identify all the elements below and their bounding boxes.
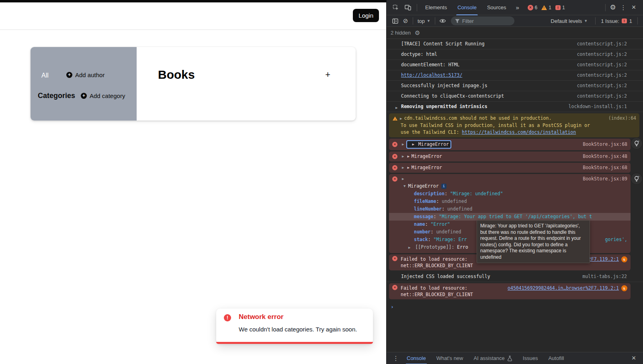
add-author-button[interactable]: + Add author	[66, 72, 104, 78]
issue-counter-count: 1	[629, 18, 632, 24]
source-link[interactable]: BookStore.jsx:68	[583, 141, 627, 148]
tab-sources[interactable]: Sources	[483, 0, 511, 15]
more-tabs-icon[interactable]: »	[512, 3, 523, 12]
expanded-triangle-icon[interactable]: ▼	[403, 182, 405, 190]
issue-icon: !	[622, 18, 627, 23]
add-book-button[interactable]: +	[325, 70, 330, 80]
close-devtools-icon[interactable]: ×	[629, 3, 639, 12]
source-link[interactable]: BookStore.jsx:89	[583, 176, 627, 182]
error-message[interactable]: × ▶ ▶ MirageError BookStore.jsx:68 +	[389, 139, 631, 150]
source-link[interactable]: lockdown-install.js:1	[569, 103, 627, 110]
issue-counter[interactable]: 1 Issue: ! 1	[601, 18, 632, 24]
error-message[interactable]: × ▶ ▶ MirageError BookStore.jsx:48	[389, 151, 631, 162]
close-drawer-icon[interactable]: ×	[629, 354, 639, 363]
plus-circle-icon: +	[81, 93, 87, 99]
focused-error-object[interactable]: ▶ MirageError	[406, 140, 451, 149]
drawer-tab-label: AI assistance	[474, 355, 505, 361]
log-text: Injected CSS loaded successfully	[401, 273, 577, 280]
tab-console[interactable]: Console	[453, 0, 481, 15]
resource-link[interactable]: o4504156929982464.in…browser%2F7.119.2:1	[508, 285, 619, 292]
kebab-menu-icon[interactable]: ⋮	[618, 3, 629, 12]
source-link[interactable]: contentscript.js:2	[577, 61, 627, 68]
source-link[interactable]: contentscript.js:2	[577, 72, 627, 79]
info-badge-icon[interactable]: i	[441, 184, 446, 189]
drawer-tab-console[interactable]: Console	[402, 352, 431, 364]
expand-triangle-icon[interactable]: ▶	[402, 153, 404, 160]
drawer-tab-autofill[interactable]: Autofill	[543, 352, 569, 364]
issue-counter-label: 1 Issue:	[601, 18, 619, 24]
network-swap-icon[interactable]: ⇅	[621, 256, 627, 262]
source-link[interactable]: (index):64	[604, 115, 636, 122]
expand-triangle-icon[interactable]: ▶	[408, 245, 410, 249]
source-link[interactable]: contentscript.js:2	[577, 82, 627, 89]
devtools-tabbar: Elements Console Sources » × 6 ! 1 ! 1 ⚙…	[387, 0, 643, 15]
expand-triangle-icon[interactable]: ▶	[395, 104, 397, 111]
separator	[413, 17, 413, 25]
collapse-triangle-icon[interactable]: ▶	[402, 176, 404, 182]
live-expression-eye-icon[interactable]	[437, 16, 448, 26]
console-prompt[interactable]: ›	[387, 301, 643, 310]
ai-explain-lightbulb-icon[interactable]: +	[631, 138, 642, 149]
expand-triangle-icon[interactable]: ▶	[402, 141, 404, 148]
log-row: [TRACE] Content Script Running contentsc…	[387, 39, 643, 49]
levels-label: Default levels	[551, 18, 582, 24]
expand-triangle-icon[interactable]: ▶	[402, 164, 404, 171]
separator	[595, 17, 596, 25]
source-link[interactable]: BookStore.jsx:48	[583, 153, 627, 160]
add-author-label: Add author	[75, 72, 104, 78]
settings-gear-icon[interactable]: ⚙	[608, 3, 618, 12]
localhost-link[interactable]: http://localhost:5173/	[401, 72, 572, 79]
filter-all-label[interactable]: All	[41, 72, 49, 79]
error-circle-icon: ×	[392, 142, 397, 147]
expand-triangle-icon[interactable]: ▶	[407, 153, 409, 160]
tailwind-docs-link[interactable]: https://tailwindcss.com/docs/installatio…	[462, 129, 576, 135]
object-property: description: "Mirage: undefined"	[392, 190, 627, 198]
expand-triangle-icon: ▶	[412, 141, 414, 148]
console-output: [TRACE] Content Script Running contentsc…	[387, 39, 643, 352]
log-row: documentElement: HTML contentscript.js:2	[387, 60, 643, 70]
failed-text: Failed to load resource: net::ERR_BLOCKE…	[401, 285, 481, 298]
expand-triangle-icon[interactable]: ▶	[407, 164, 409, 171]
ai-explain-lightbulb-icon[interactable]: +	[631, 173, 642, 184]
filter-input[interactable]	[462, 18, 506, 24]
log-text: doctype: html	[401, 51, 572, 58]
object-property-hovered[interactable]: message: "Mirage: Your app tried to GET …	[389, 213, 631, 221]
toast-progress-bar	[216, 342, 373, 344]
filter-box[interactable]	[451, 16, 514, 25]
inspect-element-icon[interactable]	[391, 3, 401, 12]
categories-heading: Categories	[38, 92, 75, 100]
tab-elements[interactable]: Elements	[421, 0, 451, 15]
source-link[interactable]: contentscript.js:2	[577, 51, 627, 58]
gear-icon[interactable]: ⚙	[415, 29, 420, 37]
warning-count-badge[interactable]: ! 1	[541, 5, 551, 10]
drawer-kebab-menu-icon[interactable]: ⋮	[391, 354, 401, 363]
error-count-badge[interactable]: × 6	[528, 5, 538, 10]
drawer-tab-issues[interactable]: Issues	[518, 352, 543, 364]
source-link[interactable]: contentscript.js:2	[577, 41, 627, 47]
console-sidebar-icon[interactable]	[390, 16, 400, 26]
error-name: MirageError	[418, 141, 449, 148]
source-link[interactable]: contentscript.js:2	[577, 93, 627, 100]
add-category-button[interactable]: + Add category	[81, 92, 125, 99]
login-button[interactable]: Login	[353, 9, 379, 22]
log-text: Successfully injected inpage.js	[401, 82, 572, 89]
source-link[interactable]: multi-tabs.js:22	[582, 273, 627, 280]
issue-count-badge[interactable]: ! 1	[555, 5, 565, 10]
context-selector[interactable]: top ▼	[415, 18, 433, 24]
default-levels-dropdown[interactable]: Default levels ▼	[548, 18, 590, 24]
funnel-icon	[455, 19, 460, 23]
error-message[interactable]: × ▶ ▶ MirageError BookStore.jsx:68	[389, 163, 631, 173]
books-title: Books	[158, 68, 195, 82]
clear-console-icon[interactable]: ⊘	[400, 16, 411, 26]
network-swap-icon[interactable]: ⇅	[621, 285, 627, 291]
app-header: Login	[0, 2, 386, 30]
drawer-tab-whats-new[interactable]: What's new	[432, 352, 468, 364]
device-toolbar-icon[interactable]	[403, 3, 413, 12]
expand-triangle-icon[interactable]: ▶	[400, 115, 402, 122]
error-exclamation-icon: !	[224, 314, 231, 321]
console-toolbar: ⊘ top ▼ Default levels ▼ 1 Issue: ! 1	[387, 15, 643, 27]
source-link[interactable]: BookStore.jsx:68	[583, 164, 627, 171]
drawer-tab-ai-assistance[interactable]: AI assistance	[469, 352, 517, 364]
context-label: top	[418, 18, 425, 24]
hidden-count-label[interactable]: 2 hidden	[391, 30, 411, 36]
